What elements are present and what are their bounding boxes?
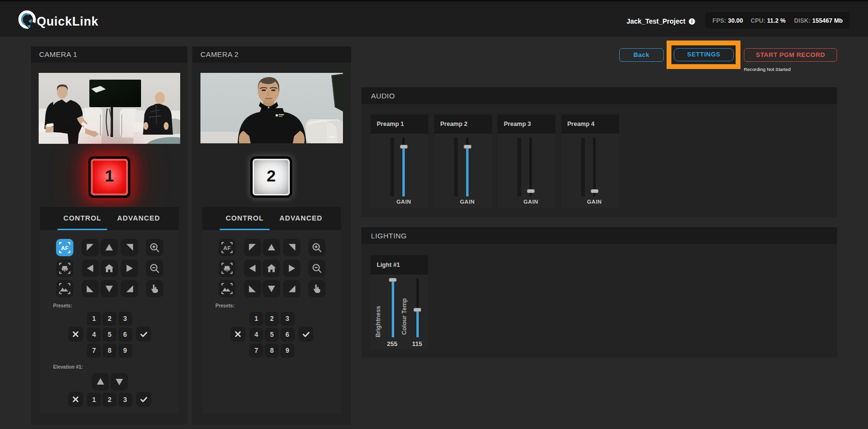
svg-text:AF: AF <box>61 245 69 251</box>
svg-text:AF: AF <box>224 245 231 251</box>
